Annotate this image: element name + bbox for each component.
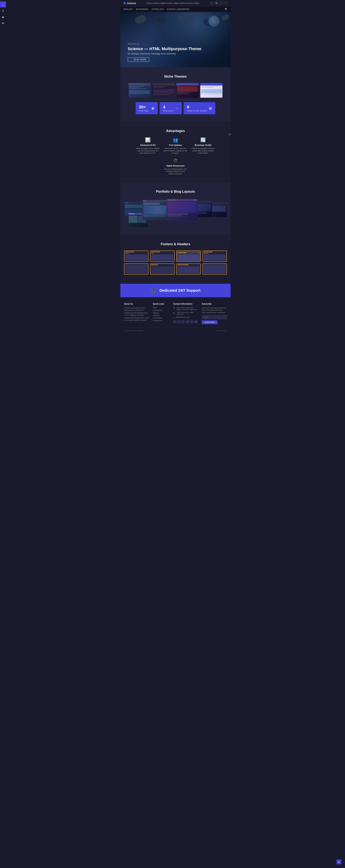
advantage-responsive-title: Highly Responsive	[163, 165, 187, 167]
logo-text: Science	[127, 2, 136, 5]
facebook-icon[interactable]: f	[224, 1, 228, 5]
footer-link-iss[interactable]: ISS Tracking	[153, 317, 169, 319]
responsive-icon: ⏱	[163, 158, 187, 163]
instagram-icon[interactable]: 📷	[215, 1, 218, 5]
fh-card-1-1	[124, 251, 148, 261]
social-play[interactable]: ▶	[194, 320, 197, 323]
footer-address-text: 2190 Fulton Street San Diego, CA 94117-1…	[176, 307, 198, 310]
footer: About Us Science is the leading online n…	[120, 297, 230, 335]
footer-subscribe-title: Subscribe	[202, 303, 227, 305]
social-linkedin[interactable]: in	[190, 320, 193, 323]
stat-html-label: HTML Pages	[139, 110, 149, 112]
fh-card-2-3	[176, 264, 201, 275]
footers-headers-section: Footers & Headers ≡	[120, 235, 230, 284]
fh-body	[203, 254, 226, 260]
advantage-free-updates: 👥 Free Updates We provide all our custom…	[163, 137, 187, 154]
fh-dots	[125, 253, 147, 254]
advantage-ui-kit: 📊 Advanced UI Kit Make the pages of your…	[136, 137, 160, 154]
footer-privacy-link[interactable]: Privacy Policy	[217, 330, 227, 332]
fh-dot	[208, 253, 208, 254]
search-icon[interactable]: 🔍	[225, 8, 228, 10]
portfolio-card-3: Single Project	[166, 199, 198, 221]
theme-card-lab[interactable]	[176, 83, 198, 98]
footer-link-sighting[interactable]: Sighting	[153, 312, 169, 314]
bootstrap-icon: 🔄	[191, 137, 215, 143]
footer-contact-col: Contact Information 📍 2190 Fulton Street…	[173, 303, 198, 324]
fh-card-2-4	[202, 264, 227, 275]
social-plus[interactable]: +	[182, 320, 185, 323]
fh-dot	[128, 253, 128, 254]
advantage-bootstrap-title: Bootstrap Toolkit	[191, 144, 215, 146]
support-banner: 🎧 Dedicated 24/7 Support	[120, 284, 230, 297]
portfolio-section: Portfolio & Blog Layouts Single P	[120, 182, 230, 235]
arrow-right-icon: →	[130, 59, 132, 61]
theme-card-astrology[interactable]	[152, 83, 175, 98]
nav-science-lab[interactable]: Science Laboratory	[167, 8, 189, 10]
fh-dot	[151, 253, 152, 254]
fh-line	[203, 252, 213, 252]
google-icon[interactable]: G	[210, 1, 213, 5]
social-facebook[interactable]: f	[173, 320, 176, 323]
advantages-grid: 📊 Advanced UI Kit Make the pages of your…	[124, 137, 227, 175]
support-title: Dedicated 24/7 Support	[159, 288, 200, 292]
advantage-updates-desc: We provide all our customers with free l…	[163, 147, 187, 154]
footer-contact-title: Contact Information	[173, 303, 198, 305]
theme-card-science[interactable]	[200, 83, 222, 98]
theme-card-ufology[interactable]	[128, 83, 151, 98]
footer-copyright: © 2021 All rights reserved.	[124, 330, 144, 332]
advantage-bootstrap-desc: Intuitive and powerful Bootstrap toolkit…	[191, 147, 215, 154]
social-circle[interactable]: ◎	[186, 320, 189, 323]
footer-email-input[interactable]	[202, 315, 227, 319]
phone-icon: 📞	[173, 312, 175, 314]
topbar: Science "Science without religion is lam…	[120, 0, 230, 6]
header-footer-icon: ▦	[209, 106, 212, 110]
fh-dot	[153, 253, 153, 254]
social-twitter[interactable]: t	[177, 320, 181, 323]
fh-body	[151, 254, 174, 260]
stat-hf-label: Header & Footer Variations	[187, 110, 207, 112]
fh-line	[178, 265, 189, 265]
footer-subscribe-text: Sign up to newsletters and be the first …	[202, 307, 227, 314]
fh-card-2-1	[124, 264, 148, 275]
niche-layouts-icon: ☆	[176, 106, 179, 110]
portfolio-title: Portfolio & Blog Layouts	[124, 190, 227, 194]
stat-header-footer: 8 Header & Footer Variations ▦	[184, 102, 215, 114]
fh-body	[178, 267, 199, 273]
fh-body	[125, 265, 147, 273]
theme-cards	[124, 83, 227, 98]
fh-grid-row2	[124, 264, 227, 275]
email-icon: ✉	[173, 316, 175, 318]
social-icons: G 📷 t f	[210, 1, 228, 5]
footer-bottom: © 2021 All rights reserved. Privacy Poli…	[124, 328, 227, 332]
footer-about-title: About Us	[124, 303, 149, 305]
hero-read-more-button[interactable]: → Read More	[128, 58, 149, 62]
scroll-dot	[229, 134, 230, 135]
footer-link-researching[interactable]: Researching	[153, 320, 169, 321]
hero-section: Welcome to Science — HTML Multipurpose T…	[120, 12, 230, 67]
fh-dot	[206, 253, 207, 254]
logo: Science	[123, 2, 136, 5]
html-pages-icon: ▣	[151, 106, 154, 110]
nav-astrology[interactable]: Astrology	[152, 8, 164, 10]
logo-icon	[123, 2, 126, 4]
footer-subscribe-button[interactable]: Subscribe	[202, 320, 217, 324]
footer-link-incidents[interactable]: Incidents	[153, 314, 169, 316]
nav-astronomy[interactable]: Astronomy	[136, 8, 149, 10]
hero-content: Welcome to Science — HTML Multipurpose T…	[128, 43, 201, 62]
twitter-icon[interactable]: t	[219, 1, 223, 5]
footer-link-news[interactable]: News	[153, 307, 169, 309]
ui-kit-icon: 📊	[136, 137, 160, 143]
footer-about-col: About Us Science is the leading online n…	[124, 303, 149, 324]
footer-address: 📍 2190 Fulton Street San Diego, CA 94117…	[173, 307, 198, 310]
hero-description: for Ufology, Astronomy, Astrology, and L…	[128, 52, 201, 55]
fh-dots	[203, 253, 226, 254]
footer-about-text: Science is the leading online news resou…	[124, 307, 149, 322]
footer-link-documentary[interactable]: Documentary	[153, 309, 169, 311]
hamburger-icon: ≡	[198, 252, 199, 254]
fh-dot	[205, 253, 206, 254]
fh-body	[203, 265, 226, 273]
hero-title: Science — HTML Multipurpose Theme	[128, 46, 201, 51]
fh-card-1-2	[150, 251, 175, 261]
footer-email: ✉ info@demoink.org	[173, 316, 198, 318]
nav-ufology[interactable]: Ufology	[123, 8, 133, 10]
